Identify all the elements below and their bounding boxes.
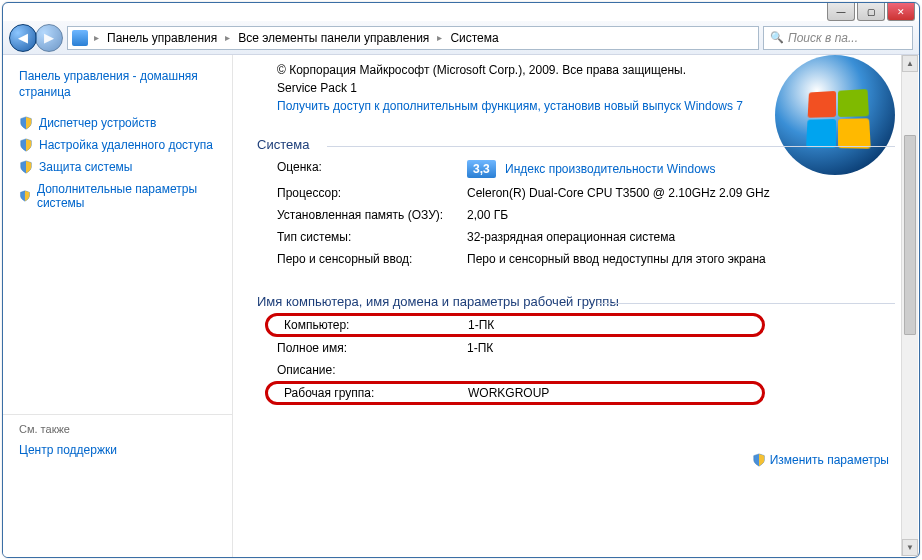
workgroup-row-highlight: Рабочая группа: WORKGROUP xyxy=(265,381,765,405)
back-button[interactable]: ◀ xyxy=(9,24,37,52)
sidebar-advanced-settings[interactable]: Дополнительные параметры системы xyxy=(3,178,232,214)
section-name-header: Имя компьютера, имя домена и параметры р… xyxy=(257,294,895,311)
control-panel-icon xyxy=(72,30,88,46)
content-body: Панель управления - домашняя страница Ди… xyxy=(3,55,919,557)
workgroup-value: WORKGROUP xyxy=(468,386,549,400)
change-settings-link[interactable]: Изменить параметры xyxy=(752,453,889,467)
minimize-button[interactable]: — xyxy=(827,3,855,21)
control-panel-home-link[interactable]: Панель управления - домашняя страница xyxy=(3,65,232,104)
pen-touch-label: Перо и сенсорный ввод: xyxy=(277,252,467,266)
copyright-text: © Корпорация Майкрософт (Microsoft Corp.… xyxy=(277,63,757,77)
sidebar: Панель управления - домашняя страница Ди… xyxy=(3,55,233,557)
change-settings-label: Изменить параметры xyxy=(770,453,889,467)
system-properties-window: — ▢ ✕ ◀ ▶ ▸ Панель управления ▸ Все элем… xyxy=(2,2,920,558)
upgrade-link[interactable]: Получить доступ к дополнительным функция… xyxy=(277,99,743,113)
address-bar: ◀ ▶ ▸ Панель управления ▸ Все элементы п… xyxy=(3,21,919,55)
shield-icon xyxy=(752,453,766,467)
vertical-scrollbar[interactable]: ▲ ▼ xyxy=(901,55,918,556)
breadcrumb-item[interactable]: Панель управления xyxy=(105,31,219,45)
maximize-button[interactable]: ▢ xyxy=(857,3,885,21)
breadcrumb[interactable]: ▸ Панель управления ▸ Все элементы панел… xyxy=(67,26,759,50)
sidebar-item-label: Защита системы xyxy=(39,160,132,174)
sidebar-item-label: Настройка удаленного доступа xyxy=(39,138,213,152)
system-type-label: Тип системы: xyxy=(277,230,467,244)
system-type-value: 32-разрядная операционная система xyxy=(467,230,675,244)
pen-touch-value: Перо и сенсорный ввод недоступны для это… xyxy=(467,252,766,266)
ram-label: Установленная память (ОЗУ): xyxy=(277,208,467,222)
ram-value: 2,00 ГБ xyxy=(467,208,508,222)
sidebar-item-label: Диспетчер устройств xyxy=(39,116,156,130)
ram-row: Установленная память (ОЗУ): 2,00 ГБ xyxy=(257,204,895,226)
sidebar-item-label: Центр поддержки xyxy=(19,443,117,457)
main-panel: © Корпорация Майкрософт (Microsoft Corp.… xyxy=(233,55,919,557)
chevron-right-icon: ▸ xyxy=(90,32,103,43)
workgroup-label: Рабочая группа: xyxy=(284,386,468,400)
scroll-thumb[interactable] xyxy=(904,135,916,335)
breadcrumb-item[interactable]: Система xyxy=(448,31,500,45)
fullname-label: Полное имя: xyxy=(277,341,467,355)
rating-label: Оценка: xyxy=(277,160,467,178)
computer-label: Компьютер: xyxy=(284,318,468,332)
sidebar-action-center[interactable]: Центр поддержки xyxy=(3,439,232,461)
computer-row-highlight: Компьютер: 1-ПК xyxy=(265,313,765,337)
sidebar-device-manager[interactable]: Диспетчер устройств xyxy=(3,112,232,134)
sidebar-remote-settings[interactable]: Настройка удаленного доступа xyxy=(3,134,232,156)
search-input[interactable]: Поиск в па... xyxy=(763,26,913,50)
chevron-right-icon: ▸ xyxy=(433,32,446,43)
close-button[interactable]: ✕ xyxy=(887,3,915,21)
shield-icon xyxy=(19,116,33,130)
chevron-right-icon: ▸ xyxy=(221,32,234,43)
performance-index-link[interactable]: Индекс производительности Windows xyxy=(505,162,715,176)
rating-score-badge: 3,3 xyxy=(467,160,496,178)
cpu-label: Процессор: xyxy=(277,186,467,200)
cpu-row: Процессор: Celeron(R) Dual-Core CPU T350… xyxy=(257,182,895,204)
scroll-up-button[interactable]: ▲ xyxy=(902,55,918,72)
scroll-down-button[interactable]: ▼ xyxy=(902,539,918,556)
sidebar-item-label: Дополнительные параметры системы xyxy=(37,182,216,210)
see-also-header: См. также xyxy=(3,414,232,439)
description-row: Описание: xyxy=(257,359,895,381)
pen-touch-row: Перо и сенсорный ввод: Перо и сенсорный … xyxy=(257,248,895,270)
cpu-value: Celeron(R) Dual-Core CPU T3500 @ 2.10GHz… xyxy=(467,186,770,200)
forward-button[interactable]: ▶ xyxy=(35,24,63,52)
breadcrumb-item[interactable]: Все элементы панели управления xyxy=(236,31,431,45)
description-label: Описание: xyxy=(277,363,467,377)
window-controls: — ▢ ✕ xyxy=(827,3,915,21)
shield-icon xyxy=(19,138,33,152)
shield-icon xyxy=(19,189,31,203)
computer-value: 1-ПК xyxy=(468,318,494,332)
section-system-header: Система xyxy=(257,137,895,154)
shield-icon xyxy=(19,160,33,174)
nav-arrows: ◀ ▶ xyxy=(9,24,63,52)
sidebar-system-protection[interactable]: Защита системы xyxy=(3,156,232,178)
fullname-value: 1-ПК xyxy=(467,341,493,355)
windows-logo xyxy=(775,55,895,175)
system-type-row: Тип системы: 32-разрядная операционная с… xyxy=(257,226,895,248)
fullname-row: Полное имя: 1-ПК xyxy=(257,337,895,359)
